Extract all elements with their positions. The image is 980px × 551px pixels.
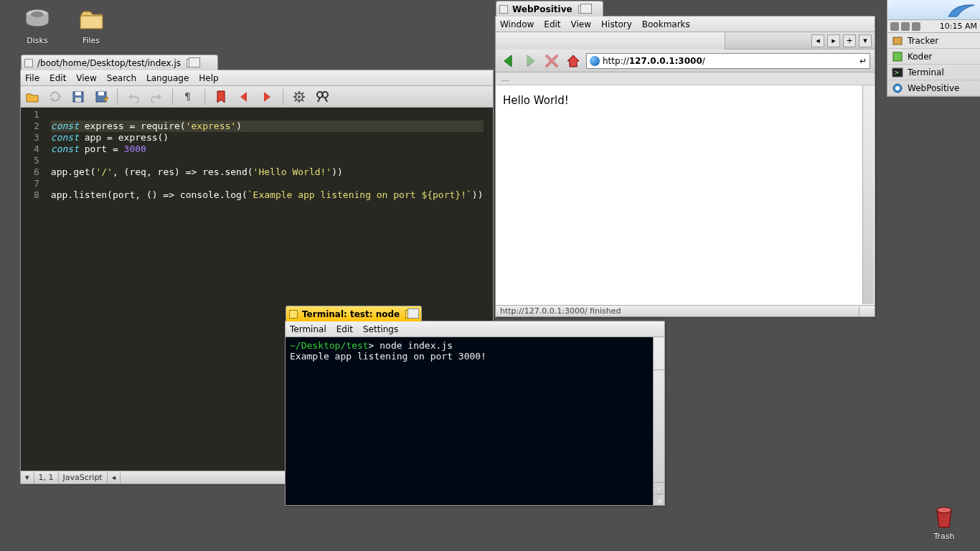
url-bar[interactable]: http://127.0.0.1:3000/ ↵ [586,53,870,69]
web-content[interactable]: Hello World! [496,85,875,305]
stop-button[interactable] [543,52,560,70]
tracker-icon [892,35,903,47]
deskbar-clock[interactable]: 10:15 AM [940,22,977,31]
menu-edit[interactable]: Edit [544,19,560,29]
deskbar-app-label: Koder [908,52,933,62]
koder-titlebar[interactable]: /boot/home/Desktop/test/index.js [21,55,218,70]
web-titlebar[interactable]: WebPositive [496,1,603,17]
terminal-titlebar[interactable]: Terminal: test: node [286,306,422,321]
deskbar-app-webpositive[interactable]: WebPositive [887,80,980,96]
reload-icon[interactable] [48,90,62,104]
open-icon[interactable] [25,90,39,104]
resize-handle[interactable]: ◢ [654,494,664,505]
deskbar: 10:15 AM Tracker Koder > Terminal WebPos… [887,0,980,97]
undo-icon[interactable] [126,90,141,104]
forward-button[interactable] [522,52,539,70]
svg-text:¶: ¶ [184,90,191,102]
close-button[interactable] [499,5,508,14]
menu-language[interactable]: Language [146,73,189,83]
menu-view[interactable]: View [76,73,96,83]
url-text[interactable]: http://127.0.0.1:3000/ [603,56,857,66]
menu-view[interactable]: View [571,19,591,29]
menu-help[interactable]: Help [199,73,218,83]
menu-search[interactable]: Search [107,73,136,83]
menu-window[interactable]: Window [500,19,534,29]
web-scrollbar[interactable] [862,85,874,304]
webpositive-icon [892,83,903,94]
deskbar-app-koder[interactable]: Koder [887,49,980,65]
new-tab-button[interactable]: + [843,34,856,47]
svg-rect-4 [893,52,902,61]
close-button[interactable] [24,59,33,67]
menu-edit[interactable]: Edit [50,73,66,83]
tab-scroll-right[interactable]: ▸ [827,34,840,47]
web-status-text: http://127.0.0.1:3000/ finished [500,306,621,316]
close-button[interactable] [289,310,298,319]
back-button[interactable] [500,52,517,70]
zoom-button[interactable] [578,5,588,14]
terminal-body[interactable]: ~/Desktop/test> node index.js Example ap… [286,337,664,505]
menu-edit[interactable]: Edit [336,324,353,334]
zoom-button[interactable] [405,310,415,319]
tab-scroll-left[interactable]: ◂ [811,34,824,47]
desktop-icon-files[interactable]: Files [68,6,114,45]
save-icon[interactable] [71,90,85,104]
terminal-icon: > [892,67,903,78]
prev-bookmark-icon[interactable] [237,90,251,104]
svg-text:>: > [894,69,900,76]
svg-rect-3 [893,37,902,44]
scroll-up-icon[interactable]: ▴ [654,359,664,370]
scroll-down-icon[interactable]: ▾ [654,482,664,494]
web-breadcrumb[interactable]: ... [496,72,875,85]
deskbar-app-terminal[interactable]: > Terminal [887,65,980,80]
deskbar-leaf-button[interactable] [887,0,980,20]
cursor-position: 1, 1 [34,471,59,484]
preferences-icon[interactable] [292,90,306,104]
svg-point-16 [298,95,301,98]
home-button[interactable] [565,52,582,70]
collapse-icon[interactable]: ▾ [21,471,34,484]
go-button[interactable]: ↵ [859,56,867,66]
desktop-icon-label: Trash [933,532,954,541]
save-as-icon[interactable] [94,90,108,104]
tray-icons[interactable] [890,22,920,31]
terminal-menubar: Terminal Edit Settings [286,321,664,337]
koder-title: /boot/home/Desktop/test/index.js [37,58,181,68]
zoom-button[interactable] [187,59,197,67]
svg-rect-10 [75,92,81,95]
tab-menu-button[interactable]: ▾ [859,34,872,47]
web-tabstrip: ◂ ▸ + ▾ [496,32,875,50]
svg-rect-11 [75,98,81,102]
next-bookmark-icon[interactable] [260,90,274,104]
find-icon[interactable] [315,90,329,104]
menu-bookmarks[interactable]: Bookmarks [642,19,690,29]
deskbar-tray: 10:15 AM [887,20,980,33]
language-indicator[interactable]: JavaScript [59,471,108,484]
scroll-left-icon[interactable]: ◂ [108,471,121,484]
desktop-icon-trash[interactable]: Trash [921,501,967,541]
webpositive-window: WebPositive Window Edit View History Boo… [495,16,875,317]
resize-handle[interactable] [859,306,870,316]
deskbar-app-tracker[interactable]: Tracker [887,33,980,49]
koder-icon [892,51,903,62]
desktop-icon-disks[interactable]: Disks [14,6,60,45]
whitespace-icon[interactable]: ¶ [182,90,196,104]
globe-icon [590,56,600,66]
svg-point-1 [31,11,44,17]
desktop-icon-label: Files [83,36,100,45]
folder-icon [77,6,105,34]
menu-terminal[interactable]: Terminal [290,324,326,334]
web-menubar: Window Edit View History Bookmarks [496,17,875,32]
browser-tab[interactable] [496,32,725,50]
web-title: WebPositive [512,4,573,14]
bookmark-icon[interactable] [214,90,228,104]
menu-settings[interactable]: Settings [363,324,398,334]
line-gutter: 12345678 [21,108,45,471]
menu-file[interactable]: File [25,73,39,83]
terminal-scrollbar[interactable]: ▴ ▾ ◢ [653,337,664,505]
disk-icon [23,6,52,34]
redo-icon[interactable] [149,90,164,104]
web-statusbar: http://127.0.0.1:3000/ finished [496,305,875,316]
menu-history[interactable]: History [601,19,632,29]
deskbar-app-label: Tracker [908,36,938,46]
